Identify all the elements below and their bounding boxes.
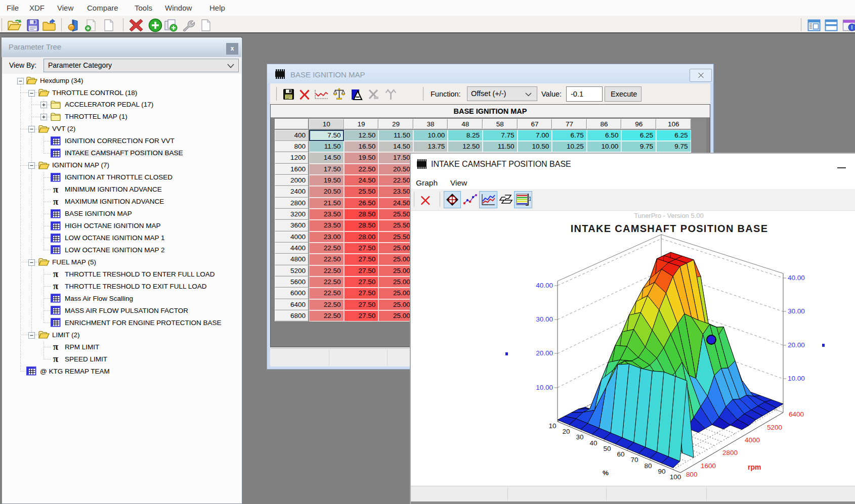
svg-text:30.00: 30.00 (536, 315, 553, 323)
svg-text:π: π (53, 269, 59, 279)
svg-text:π: π (53, 197, 59, 206)
svg-text:800: 800 (686, 471, 698, 478)
svg-text:40.00: 40.00 (788, 274, 805, 282)
svg-text:60: 60 (617, 450, 624, 458)
svg-text:4000: 4000 (745, 436, 760, 444)
svg-text:1600: 1600 (701, 462, 716, 470)
svg-text:π: π (53, 354, 59, 363)
svg-text:INTAKE CAMSHAFT POSITION BASE: INTAKE CAMSHAFT POSITION BASE (571, 223, 768, 234)
svg-text:2800: 2800 (722, 449, 738, 456)
svg-text:20.00: 20.00 (536, 349, 553, 357)
svg-text:TunerPro - Version 5.00: TunerPro - Version 5.00 (634, 212, 704, 219)
svg-text:5200: 5200 (767, 424, 782, 431)
svg-text:40: 40 (589, 439, 597, 447)
svg-text:%: % (603, 469, 609, 477)
svg-text:π: π (53, 185, 59, 194)
svg-text:10: 10 (548, 422, 556, 430)
svg-text:10.00: 10.00 (536, 384, 553, 391)
svg-text:20.00: 20.00 (788, 341, 805, 349)
svg-text:70: 70 (630, 456, 638, 464)
svg-text:10.00: 10.00 (788, 375, 805, 382)
svg-text:80: 80 (644, 462, 652, 470)
svg-text:90: 90 (658, 468, 665, 475)
svg-text:rpm: rpm (748, 463, 761, 471)
svg-text:40.00: 40.00 (536, 282, 553, 289)
svg-text:30.00: 30.00 (788, 307, 805, 315)
svg-text:π: π (53, 342, 59, 351)
svg-text:100: 100 (670, 473, 681, 481)
svg-text:20: 20 (562, 428, 570, 435)
svg-text:π: π (53, 282, 59, 291)
svg-text:6400: 6400 (789, 410, 804, 418)
svg-text:50: 50 (603, 445, 611, 452)
svg-text:30: 30 (576, 433, 583, 441)
